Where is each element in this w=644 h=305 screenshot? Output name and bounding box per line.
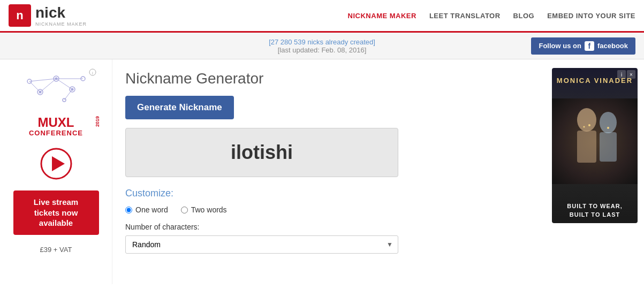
muxl-conference-ad[interactable]: MUXL CONFERENCE 2019 bbox=[13, 116, 99, 137]
logo-subtitle: NICKNAME MAKER bbox=[35, 21, 87, 27]
page-title: Nickname Generator bbox=[125, 70, 535, 87]
svg-marker-19 bbox=[52, 156, 65, 171]
two-words-label: Two words bbox=[191, 205, 227, 214]
logo-icon[interactable]: n bbox=[9, 4, 31, 27]
nickname-display: ilotishi bbox=[231, 141, 293, 163]
right-ad-area: i × MONICA VINADER bbox=[548, 59, 644, 284]
one-word-radio[interactable] bbox=[125, 207, 132, 214]
ad-tagline-line2: BUILT TO LAST bbox=[567, 211, 622, 219]
svg-line-11 bbox=[29, 81, 40, 92]
sidebar: i × MUXL CONFERENCE 2019 Live stream tic… bbox=[0, 59, 112, 284]
svg-point-13 bbox=[71, 88, 73, 91]
muxl-subtitle: CONFERENCE bbox=[29, 129, 83, 137]
logo-letter: n bbox=[16, 9, 23, 22]
stats-area: [27 280 539 nicks already created] [last… bbox=[269, 38, 375, 54]
play-icon bbox=[40, 148, 72, 180]
facebook-platform: facebook bbox=[597, 42, 628, 50]
svg-line-9 bbox=[29, 79, 56, 81]
nav-leet-translator[interactable]: LEET TRANSLATOR bbox=[429, 12, 501, 20]
main-layout: i × MUXL CONFERENCE 2019 Live stream tic… bbox=[0, 59, 644, 284]
nickname-display-wrapper: ilotishi bbox=[125, 128, 398, 177]
svg-rect-23 bbox=[600, 132, 617, 162]
ad-model-svg bbox=[563, 101, 627, 181]
svg-point-14 bbox=[39, 91, 41, 94]
ad-tagline-line1: BUILT TO WEAR, bbox=[567, 202, 622, 210]
chars-label: Number of characters: bbox=[125, 223, 535, 231]
facebook-button[interactable]: Follow us on f facebook bbox=[531, 37, 635, 55]
ad-model-image bbox=[552, 98, 638, 184]
nav-blog[interactable]: BLOG bbox=[513, 12, 535, 20]
one-word-label: One word bbox=[135, 205, 168, 214]
one-word-option[interactable]: One word bbox=[125, 205, 168, 214]
right-ad-box[interactable]: i × MONICA VINADER bbox=[552, 68, 638, 223]
ad-brand: MONICA VINADER bbox=[557, 77, 633, 85]
chars-select[interactable]: Random 4 5 6 7 8 9 10 bbox=[125, 235, 398, 254]
svg-point-20 bbox=[577, 108, 596, 132]
content-area: Nickname Generator Generate Nickname ilo… bbox=[112, 59, 548, 284]
nav-embed[interactable]: EMBED INTO YOUR SITE bbox=[547, 12, 635, 20]
livestream-cta[interactable]: Live stream tickets now available bbox=[13, 190, 99, 235]
muxl-title: MUXL bbox=[13, 116, 99, 129]
stats-line1: [27 280 539 nicks already created] bbox=[269, 38, 375, 46]
svg-line-7 bbox=[40, 79, 56, 92]
follow-label: Follow us on bbox=[539, 42, 581, 50]
svg-point-12 bbox=[55, 78, 57, 80]
stats-count: [27 280 539 nicks already created] bbox=[269, 38, 375, 46]
muxl-year: 2019 bbox=[95, 116, 100, 127]
svg-point-26 bbox=[607, 127, 609, 129]
ad-model-area bbox=[552, 85, 638, 198]
two-words-radio[interactable] bbox=[181, 207, 188, 214]
main-nav: NICKNAME MAKER LEET TRANSLATOR BLOG EMBE… bbox=[348, 12, 635, 20]
logo-word: nick bbox=[35, 4, 87, 21]
ad-tagline: BUILT TO WEAR, BUILT TO LAST bbox=[563, 198, 626, 223]
svg-point-25 bbox=[584, 126, 585, 128]
sub-header: [27 280 539 nicks already created] [last… bbox=[0, 33, 644, 59]
customize-label: Customize: bbox=[125, 188, 535, 199]
stats-line2: [last updated: Feb. 08, 2016] bbox=[269, 46, 375, 54]
facebook-icon: f bbox=[585, 41, 594, 51]
svg-rect-21 bbox=[577, 131, 596, 163]
svg-line-6 bbox=[56, 79, 72, 89]
generate-nickname-button[interactable]: Generate Nickname bbox=[125, 96, 234, 119]
nav-nickname-maker[interactable]: NICKNAME MAKER bbox=[348, 12, 416, 20]
logo-area: n nick NICKNAME MAKER bbox=[9, 4, 87, 27]
svg-point-24 bbox=[588, 124, 590, 126]
svg-point-22 bbox=[600, 112, 617, 133]
two-words-option[interactable]: Two words bbox=[181, 205, 227, 214]
logo-text: nick NICKNAME MAKER bbox=[35, 4, 87, 27]
chars-select-wrapper: Random 4 5 6 7 8 9 10 bbox=[125, 235, 398, 254]
sidebar-price: £39 + VAT bbox=[40, 246, 72, 254]
network-nodes-icon: i × bbox=[13, 68, 99, 105]
word-options: One word Two words bbox=[125, 205, 535, 214]
svg-text:i: i bbox=[92, 71, 93, 75]
header: n nick NICKNAME MAKER NICKNAME MAKER LEE… bbox=[0, 0, 644, 33]
svg-text:×: × bbox=[99, 70, 99, 75]
svg-line-10 bbox=[64, 89, 72, 100]
